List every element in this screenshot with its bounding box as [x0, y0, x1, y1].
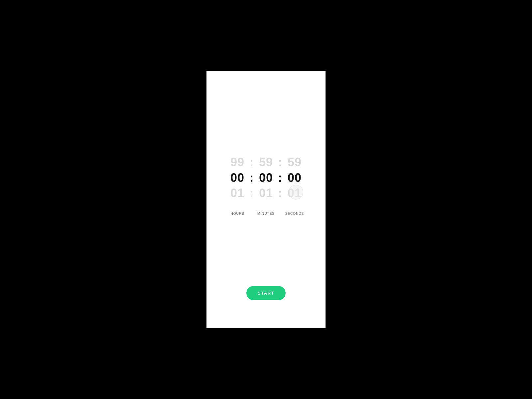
minutes-current: 00 [258, 170, 274, 186]
seconds-next: 01 [287, 186, 303, 201]
timer-screen: 99 : 59 : 59 00 : 00 : 00 01 : 01 : 01 [206, 71, 326, 328]
start-button[interactable]: START [246, 286, 286, 300]
picker-prev-row[interactable]: 99 : 59 : 59 [229, 155, 303, 170]
separator: : [245, 186, 258, 201]
picker-current-row[interactable]: 00 : 00 : 00 [229, 170, 303, 186]
separator: : [245, 170, 258, 186]
seconds-label: SECONDS [280, 212, 309, 215]
hours-current: 00 [229, 170, 245, 186]
footer: START [206, 286, 326, 328]
minutes-next: 01 [258, 186, 274, 201]
separator: : [274, 155, 287, 170]
picker-next-row[interactable]: 01 : 01 : 01 [229, 186, 303, 201]
separator: : [274, 170, 287, 186]
minutes-prev: 59 [258, 155, 274, 170]
separator: : [245, 155, 258, 170]
separator: : [274, 186, 287, 201]
hours-prev: 99 [229, 155, 245, 170]
hours-next: 01 [229, 186, 245, 201]
hours-label: HOURS [223, 212, 252, 215]
seconds-prev: 59 [287, 155, 303, 170]
time-picker[interactable]: 99 : 59 : 59 00 : 00 : 00 01 : 01 : 01 [223, 155, 309, 215]
minutes-label: MINUTES [252, 212, 280, 215]
seconds-current: 00 [287, 170, 303, 186]
picker-labels: HOURS MINUTES SECONDS [223, 212, 309, 215]
picker-area: 99 : 59 : 59 00 : 00 : 00 01 : 01 : 01 [206, 71, 326, 286]
